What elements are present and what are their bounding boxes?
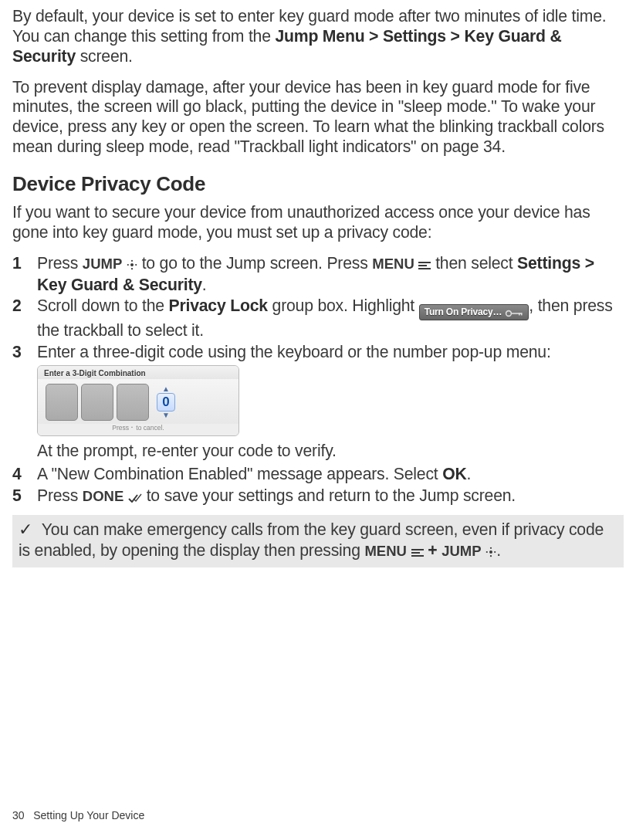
menu-label: MENU — [364, 543, 406, 559]
jump-label: JUMP — [83, 256, 122, 272]
turn-on-privacy-button: Turn On Privacy… — [419, 304, 529, 320]
check-icon: ✓ — [19, 520, 32, 539]
step-text: Press JUMP to go to the Jump screen. Pre… — [37, 253, 624, 295]
emergency-call-note: ✓You can make emergency calls from the k… — [12, 515, 624, 568]
menu-icon — [411, 542, 424, 562]
para-sleep-mode: To prevent display damage, after your de… — [12, 77, 624, 157]
svg-rect-6 — [418, 265, 427, 266]
jump-icon — [485, 542, 496, 562]
svg-point-4 — [135, 264, 137, 266]
step-3: 3 Enter a three-digit code using the key… — [12, 342, 624, 362]
step-1: 1 Press JUMP to go to the Jump screen. P… — [12, 253, 624, 295]
spinner-down-icon: ▼ — [162, 412, 170, 418]
digit-slot-3 — [117, 384, 149, 421]
lead-text: If you want to secure your device from u… — [12, 202, 624, 242]
svg-rect-13 — [411, 552, 420, 554]
step3-caption: At the prompt, re-enter your code to ver… — [37, 441, 624, 461]
svg-rect-10 — [519, 313, 520, 316]
svg-rect-12 — [411, 549, 424, 550]
page-content: By default, your device is set to enter … — [0, 0, 636, 577]
para-default-keyguard: By default, your device is set to enter … — [12, 6, 624, 66]
svg-point-1 — [131, 259, 133, 261]
privacy-lock-label: Privacy Lock — [169, 296, 268, 314]
svg-point-18 — [486, 550, 488, 552]
page-footer: 30 Setting Up Your Device — [12, 809, 144, 821]
dialog-title: Enter a 3-Digit Combination — [38, 366, 238, 379]
digit-spinner: ▲ 0 ▼ — [157, 386, 175, 418]
svg-point-15 — [489, 550, 492, 554]
step-5: 5 Press DONE to save your settings and r… — [12, 486, 624, 507]
enter-combination-dialog: Enter a 3-Digit Combination ▲ 0 ▼ Press … — [37, 365, 239, 436]
dialog-footer: Press ⠂to cancel. — [38, 424, 238, 435]
spinner-value: 0 — [157, 393, 175, 412]
spinner-up-icon: ▲ — [162, 386, 170, 392]
svg-rect-7 — [418, 268, 431, 269]
svg-point-16 — [490, 547, 492, 548]
digit-slot-2 — [81, 384, 113, 421]
svg-rect-11 — [521, 313, 523, 316]
svg-rect-14 — [411, 555, 424, 557]
svg-rect-9 — [511, 313, 522, 315]
menu-icon — [418, 255, 431, 275]
heading-device-privacy-code: Device Privacy Code — [12, 172, 624, 196]
digit-slot-1 — [46, 384, 78, 421]
svg-point-2 — [131, 268, 133, 269]
svg-rect-5 — [418, 262, 431, 263]
p1-text-b: screen. — [76, 47, 133, 65]
step-4: 4 A "New Combination Enabled" message ap… — [12, 464, 624, 484]
step-text: A "New Combination Enabled" message appe… — [37, 464, 624, 484]
svg-point-8 — [506, 311, 512, 317]
key-icon — [505, 308, 523, 321]
step-num: 1 — [12, 253, 37, 295]
step-num: 3 — [12, 342, 37, 362]
svg-point-3 — [127, 264, 129, 266]
ok-label: OK — [442, 465, 466, 483]
step-2: 2 Scroll down to the Privacy Lock group … — [12, 296, 624, 340]
step-num: 4 — [12, 464, 37, 484]
menu-label: MENU — [372, 256, 414, 272]
jump-icon — [127, 255, 137, 275]
dialog-body: ▲ 0 ▼ — [38, 379, 238, 424]
steps-list: 1 Press JUMP to go to the Jump screen. P… — [12, 253, 624, 507]
section-name: Setting Up Your Device — [33, 809, 144, 821]
step-text: Scroll down to the Privacy Lock group bo… — [37, 296, 624, 340]
svg-point-0 — [130, 263, 134, 266]
step-num: 2 — [12, 296, 37, 340]
step-text: Enter a three-digit code using the keybo… — [37, 342, 624, 362]
svg-point-17 — [490, 555, 492, 557]
btn-label: Turn On Privacy… — [425, 307, 502, 317]
done-icon — [128, 487, 142, 507]
step-text: Press DONE to save your settings and ret… — [37, 486, 624, 507]
done-label: DONE — [83, 488, 123, 504]
jump-label: JUMP — [441, 543, 481, 559]
page-number: 30 — [12, 809, 25, 821]
step-num: 5 — [12, 486, 37, 507]
